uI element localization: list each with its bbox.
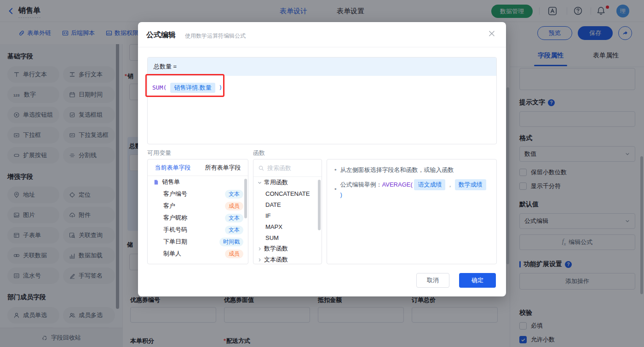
formula-target: 总数量 = bbox=[148, 57, 496, 76]
functions-panel: 常用函数 CONCATENATE DATE IF MAPX SUM 数学函数 文… bbox=[253, 159, 322, 264]
help-line-1: •从左侧面板选择字段名和函数，或输入函数 bbox=[334, 165, 489, 175]
tab-all-form-fields[interactable]: 所有表单字段 bbox=[198, 159, 248, 176]
chevron-right-icon bbox=[257, 257, 262, 262]
modal-header: 公式编辑 使用数学运算符编辑公式 bbox=[138, 22, 506, 47]
functions-scrollbar[interactable] bbox=[318, 180, 321, 230]
help-line-2: • 公式编辑举例：AVERAGE( 语文成绩 ， 数学成绩 ) bbox=[334, 179, 489, 199]
confirm-button[interactable]: 确定 bbox=[459, 273, 496, 288]
function-group-common[interactable]: 常用函数 bbox=[253, 177, 322, 188]
variable-row[interactable]: 下单日期时间戳 bbox=[148, 236, 248, 248]
type-badge: 时间戳 bbox=[219, 238, 243, 246]
type-badge: 文本 bbox=[225, 214, 243, 222]
variable-row[interactable]: 客户编号文本 bbox=[148, 188, 248, 200]
type-badge: 文本 bbox=[225, 226, 243, 234]
cancel-button[interactable]: 取消 bbox=[416, 273, 449, 288]
variable-row[interactable]: 制单人成员 bbox=[148, 248, 248, 260]
function-item[interactable]: SUM bbox=[253, 232, 322, 243]
function-item[interactable]: CONCATENATE bbox=[253, 188, 322, 199]
formula-function: SUM( bbox=[152, 84, 167, 91]
help-panel: •从左侧面板选择字段名和函数，或输入函数 • 公式编辑举例：AVERAGE( 语… bbox=[327, 159, 497, 264]
function-group-math[interactable]: 数学函数 bbox=[253, 243, 322, 254]
variables-label: 可用变量 bbox=[147, 149, 171, 157]
type-badge: 文本 bbox=[225, 190, 243, 199]
type-badge: 成员 bbox=[225, 250, 243, 258]
function-group-text[interactable]: 文本函数 bbox=[253, 254, 322, 264]
functions-label: 函数 bbox=[253, 149, 265, 157]
chevron-right-icon bbox=[257, 246, 262, 251]
function-search-input[interactable] bbox=[267, 165, 317, 171]
variable-row[interactable]: 客户成员 bbox=[148, 200, 248, 212]
function-item[interactable]: MAPX bbox=[253, 221, 322, 232]
chevron-down-icon bbox=[257, 180, 262, 185]
formula-editor[interactable]: 总数量 = SUM( 销售详情.数量 ) bbox=[147, 57, 497, 144]
example-field-chip: 数学成绩 bbox=[455, 179, 486, 190]
variable-row[interactable]: 手机号码文本 bbox=[148, 224, 248, 236]
search-icon bbox=[258, 165, 264, 171]
function-item[interactable]: DATE bbox=[253, 199, 322, 210]
example-function: AVERAGE( bbox=[382, 181, 413, 188]
variables-scrollbar[interactable] bbox=[244, 179, 247, 218]
document-icon bbox=[153, 179, 159, 185]
modal-title: 公式编辑 bbox=[146, 30, 176, 40]
modal-subtitle: 使用数学运算符编辑公式 bbox=[185, 32, 246, 40]
type-badge: 成员 bbox=[225, 202, 243, 210]
tab-current-form-fields[interactable]: 当前表单字段 bbox=[148, 159, 198, 176]
example-field-chip: 语文成绩 bbox=[414, 179, 445, 190]
function-search[interactable] bbox=[253, 159, 322, 177]
function-item[interactable]: IF bbox=[253, 210, 322, 221]
variable-tree-root[interactable]: 销售单 bbox=[148, 176, 248, 188]
formula-field-token[interactable]: 销售详情.数量 bbox=[170, 83, 215, 93]
close-icon[interactable] bbox=[488, 29, 496, 38]
variables-tabs: 当前表单字段 所有表单字段 bbox=[148, 159, 248, 176]
variable-row[interactable]: 客户昵称文本 bbox=[148, 212, 248, 224]
variables-panel: 当前表单字段 所有表单字段 销售单 客户编号文本 客户成员 客户昵称文本 手机号… bbox=[147, 159, 248, 264]
formula-close-paren: ) bbox=[219, 84, 223, 91]
formula-expression[interactable]: SUM( 销售详情.数量 ) bbox=[148, 76, 496, 100]
formula-editor-modal: 公式编辑 使用数学运算符编辑公式 总数量 = SUM( 销售详情.数量 ) 可用… bbox=[138, 22, 506, 296]
